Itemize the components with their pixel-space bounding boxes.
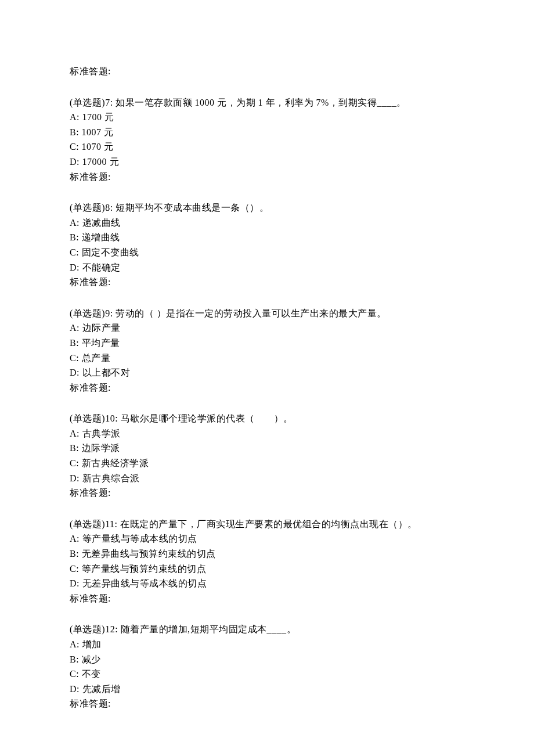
answer-label: 标准答题: <box>70 64 464 79</box>
answer-label: 标准答题: <box>70 275 464 290</box>
option-c: C: 总产量 <box>70 351 464 366</box>
option-a: A: 古典学派 <box>70 426 464 441</box>
option-d: D: 先减后增 <box>70 682 464 697</box>
question-12: (单选题)12: 随着产量的增加,短期平均固定成本____。 A: 增加 B: … <box>70 622 464 711</box>
option-b: B: 递增曲线 <box>70 230 464 245</box>
answer-label: 标准答题: <box>70 380 464 395</box>
question-8: (单选题)8: 短期平均不变成本曲线是一条（）。 A: 递减曲线 B: 递增曲线… <box>70 200 464 290</box>
question-header: (单选题)9: 劳动的（ ）是指在一定的劳动投入量可以生产出来的最大产量。 <box>70 306 464 321</box>
option-b: B: 1007 元 <box>70 125 464 140</box>
answer-label: 标准答题: <box>70 170 464 185</box>
answer-label: 标准答题: <box>70 696 464 711</box>
question-11: (单选题)11: 在既定的产量下，厂商实现生产要素的最优组合的均衡点出现在（）。… <box>70 517 464 606</box>
option-c: C: 固定不变曲线 <box>70 245 464 260</box>
question-header: (单选题)10: 马歇尔是哪个理论学派的代表（ ）。 <box>70 411 464 426</box>
option-d: D: 以上都不对 <box>70 365 464 380</box>
option-d: D: 无差异曲线与等成本线的切点 <box>70 576 464 591</box>
option-d: D: 新古典综合派 <box>70 471 464 486</box>
question-header: (单选题)7: 如果一笔存款面额 1000 元，为期 1 年，利率为 7%，到期… <box>70 95 464 110</box>
option-c: C: 等产量线与预算约束线的切点 <box>70 561 464 577</box>
option-a: A: 边际产量 <box>70 321 464 336</box>
question-header: (单选题)11: 在既定的产量下，厂商实现生产要素的最优组合的均衡点出现在（）。 <box>70 517 464 532</box>
question-7: (单选题)7: 如果一笔存款面额 1000 元，为期 1 年，利率为 7%，到期… <box>70 95 464 185</box>
question-10: (单选题)10: 马歇尔是哪个理论学派的代表（ ）。 A: 古典学派 B: 边际… <box>70 411 464 501</box>
option-d: D: 不能确定 <box>70 260 464 275</box>
question-header: (单选题)12: 随着产量的增加,短期平均固定成本____。 <box>70 622 464 637</box>
option-a: A: 递减曲线 <box>70 215 464 231</box>
option-a: A: 增加 <box>70 637 464 652</box>
option-c: C: 1070 元 <box>70 139 464 154</box>
leading-answer-block: 标准答题: <box>70 64 464 79</box>
option-b: B: 减少 <box>70 652 464 667</box>
answer-label: 标准答题: <box>70 591 464 606</box>
question-header: (单选题)8: 短期平均不变成本曲线是一条（）。 <box>70 200 464 215</box>
option-d: D: 17000 元 <box>70 154 464 170</box>
option-c: C: 新古典经济学派 <box>70 456 464 471</box>
question-9: (单选题)9: 劳动的（ ）是指在一定的劳动投入量可以生产出来的最大产量。 A:… <box>70 306 464 395</box>
option-b: B: 平均产量 <box>70 336 464 351</box>
option-b: B: 无差异曲线与预算约束线的切点 <box>70 546 464 561</box>
option-c: C: 不变 <box>70 667 464 682</box>
answer-label: 标准答题: <box>70 485 464 501</box>
option-a: A: 1700 元 <box>70 110 464 125</box>
option-b: B: 边际学派 <box>70 441 464 456</box>
option-a: A: 等产量线与等成本线的切点 <box>70 531 464 546</box>
